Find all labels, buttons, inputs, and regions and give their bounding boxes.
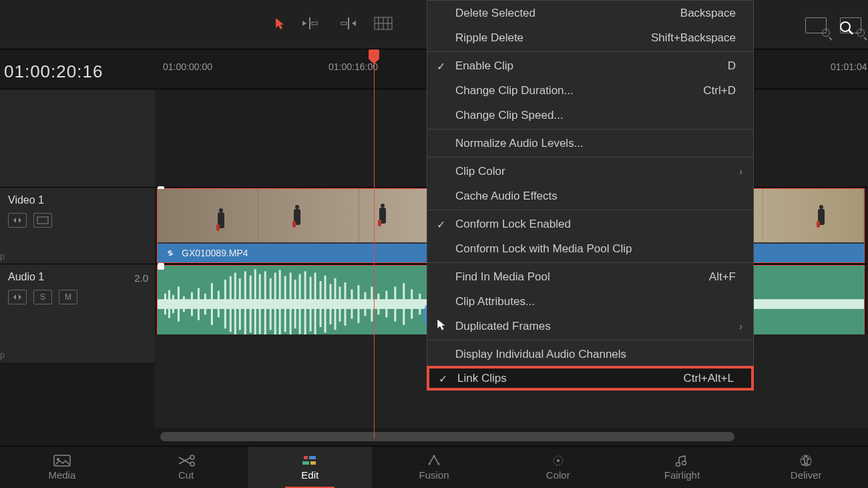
grid-tool-icon[interactable] [371, 15, 395, 32]
svg-rect-56 [411, 290, 413, 319]
svg-rect-68 [309, 456, 316, 459]
ruler-label: 01:00:16:00 [329, 61, 378, 72]
menu-separator [427, 157, 753, 158]
menu-separator [427, 129, 753, 130]
svg-rect-51 [371, 286, 373, 321]
color-icon [550, 455, 567, 467]
auto-select-icon[interactable] [8, 213, 27, 228]
track-visible-icon[interactable] [33, 213, 52, 228]
menu-clip-color[interactable]: Clip Color› [427, 159, 753, 184]
deliver-icon [797, 455, 815, 467]
horizontal-scrollbar[interactable] [160, 432, 734, 441]
nav-edit[interactable]: Edit [248, 447, 372, 488]
nav-color[interactable]: Color [496, 447, 620, 488]
menu-link-clips[interactable]: ✓Link ClipsCtrl+Alt+L [427, 366, 754, 391]
menu-cache-audio[interactable]: Cache Audio Effects [427, 184, 753, 208]
svg-rect-16 [178, 286, 180, 321]
selection-tool-icon[interactable] [274, 17, 287, 30]
mute-button[interactable]: M [59, 290, 77, 304]
checkmark-icon: ✓ [437, 218, 445, 230]
menu-separator [427, 51, 753, 52]
svg-point-72 [429, 463, 431, 465]
audio-track-header[interactable]: Audio 1 2.0 S M p [0, 264, 155, 362]
menu-find-in-pool[interactable]: Find In Media PoolAlt+F [427, 264, 753, 289]
chevron-right-icon: › [739, 166, 742, 177]
svg-rect-22 [218, 291, 220, 318]
svg-rect-40 [310, 277, 312, 332]
svg-rect-44 [330, 284, 332, 324]
svg-rect-36 [290, 272, 292, 335]
svg-rect-54 [394, 286, 396, 321]
nav-cut[interactable]: Cut [124, 447, 248, 488]
nav-deliver[interactable]: Deliver [744, 447, 868, 488]
svg-rect-31 [264, 271, 266, 336]
svg-rect-3 [341, 22, 347, 25]
search-icon[interactable] [839, 20, 855, 36]
svg-rect-34 [279, 270, 281, 338]
svg-rect-24 [230, 276, 232, 332]
svg-rect-15 [172, 295, 174, 313]
svg-rect-13 [164, 294, 166, 314]
menu-clip-attributes[interactable]: Clip Attributes... [427, 289, 753, 314]
svg-rect-26 [239, 278, 241, 330]
svg-rect-17 [183, 296, 185, 312]
nav-fairlight[interactable]: Fairlight [620, 447, 744, 488]
svg-rect-2 [348, 17, 349, 29]
menu-conform-lock-pool[interactable]: Conform Lock with Media Pool Clip [427, 236, 753, 261]
menu-normalize-audio[interactable]: Normalize Audio Levels... [427, 131, 753, 156]
svg-rect-49 [357, 285, 359, 322]
svg-rect-28 [250, 276, 252, 333]
menu-change-speed[interactable]: Change Clip Speed... [427, 103, 753, 128]
fairlight-icon [673, 455, 690, 467]
svg-rect-25 [234, 272, 236, 335]
menu-enable-clip[interactable]: ✓Enable ClipD [427, 53, 753, 78]
auto-select-icon[interactable] [8, 290, 27, 304]
svg-rect-14 [168, 290, 170, 318]
svg-rect-33 [274, 272, 276, 335]
ruler-label: 01:00:00:00 [163, 61, 212, 72]
svg-line-10 [849, 30, 853, 34]
menu-ripple-delete[interactable]: Ripple DeleteShift+Backspace [427, 25, 753, 50]
svg-point-64 [57, 458, 59, 461]
svg-rect-53 [385, 291, 387, 318]
tool-icons [274, 15, 395, 32]
svg-rect-45 [335, 278, 337, 330]
svg-rect-1 [312, 22, 317, 25]
svg-rect-69 [302, 461, 309, 465]
svg-rect-48 [351, 290, 353, 319]
menu-conform-lock[interactable]: ✓Conform Lock Enabled [427, 212, 753, 236]
cut-icon [178, 455, 195, 467]
video-track-header[interactable]: Video 1 p [0, 188, 155, 264]
svg-rect-37 [294, 280, 296, 328]
svg-rect-19 [198, 288, 200, 320]
p-label: p [0, 350, 5, 360]
timecode-display: 01:00:20:16 [4, 61, 103, 82]
svg-rect-63 [54, 455, 70, 466]
blade-tool-right-icon[interactable] [335, 15, 359, 32]
menu-separator [427, 340, 753, 340]
menu-display-channels[interactable]: Display Individual Audio Channels [427, 342, 753, 367]
link-icon [166, 248, 175, 258]
clip-label: GX010089.MP4 [182, 248, 248, 258]
menu-separator [427, 262, 753, 263]
nav-fusion[interactable]: Fusion [372, 447, 496, 488]
solo-button[interactable]: S [33, 290, 52, 304]
menu-duplicated-frames[interactable]: Duplicated Frames› [427, 314, 753, 338]
nav-media[interactable]: Media [0, 447, 124, 488]
svg-rect-41 [314, 272, 316, 335]
svg-rect-52 [377, 294, 379, 314]
svg-rect-42 [320, 281, 322, 327]
checkmark-icon: ✓ [437, 59, 445, 72]
svg-rect-39 [304, 271, 306, 336]
svg-rect-0 [309, 17, 310, 29]
svg-point-9 [841, 22, 850, 31]
svg-point-73 [438, 463, 440, 465]
menu-delete-selected[interactable]: Delete SelectedBackspace [427, 1, 753, 25]
menu-change-duration[interactable]: Change Clip Duration...Ctrl+D [427, 78, 753, 103]
svg-rect-67 [304, 456, 308, 459]
svg-rect-32 [270, 278, 272, 330]
track-name: Video 1 [8, 194, 147, 206]
zoom-out-icon[interactable] [805, 17, 827, 33]
blade-tool-left-icon[interactable] [299, 15, 323, 32]
svg-rect-23 [224, 280, 226, 328]
